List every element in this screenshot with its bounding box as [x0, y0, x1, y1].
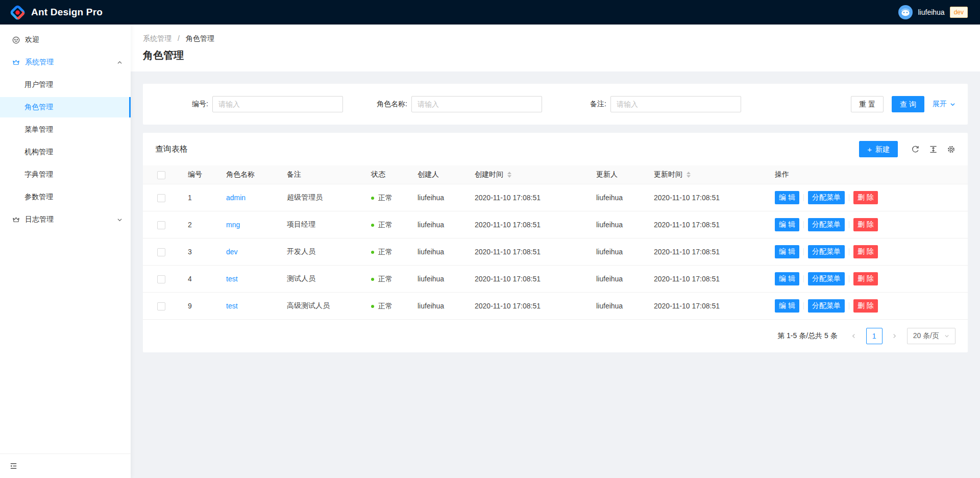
breadcrumb-item-parent[interactable]: 系统管理	[143, 34, 172, 42]
sidebar-item-log-management[interactable]: 日志管理	[0, 209, 131, 230]
app-header: Ant Design Pro liufeihua dev	[0, 0, 980, 25]
expand-link[interactable]: 展开	[933, 100, 955, 109]
column-header-updated-time[interactable]: 更新时间	[646, 165, 767, 184]
app-title: Ant Design Pro	[31, 7, 103, 18]
action-divider	[803, 248, 804, 255]
column-header-id: 编号	[180, 165, 218, 184]
row-checkbox[interactable]	[157, 221, 165, 229]
cell-id: 2	[180, 211, 218, 238]
sidebar-item-label: 角色管理	[24, 103, 53, 112]
new-button[interactable]: + 新建	[859, 141, 898, 157]
status-dot-icon	[371, 278, 374, 281]
sidebar: 欢迎 系统管理 用户管理 角色管	[0, 25, 131, 478]
cell-updated-time: 2020-11-10 17:08:51	[646, 211, 767, 238]
breadcrumb-item-current: 角色管理	[186, 34, 214, 42]
form-item-id: 编号:	[155, 96, 354, 112]
settings-icon[interactable]	[947, 145, 955, 154]
user-name: liufeihua	[918, 8, 944, 16]
status-badge: 正常	[371, 221, 393, 230]
sidebar-item-role-management[interactable]: 角色管理	[0, 97, 131, 117]
pagination: 第 1-5 条/总共 5 条 1 20 条/页	[143, 320, 968, 352]
sidebar-item-param-management[interactable]: 参数管理	[0, 187, 131, 207]
status-badge: 正常	[371, 275, 393, 284]
role-name-link[interactable]: dev	[226, 248, 238, 256]
remark-input[interactable]	[610, 96, 741, 112]
main-content: 系统管理 / 角色管理 角色管理 编号: 角色名称:	[131, 25, 980, 478]
assign-menu-button[interactable]: 分配菜单	[808, 191, 845, 204]
action-divider	[803, 302, 804, 309]
cell-created-time: 2020-11-10 17:08:51	[467, 184, 588, 211]
pagination-next-button[interactable]	[887, 328, 903, 344]
reset-button[interactable]: 重 置	[851, 96, 884, 112]
chevron-down-icon	[117, 218, 122, 222]
sidebar-item-welcome[interactable]: 欢迎	[0, 30, 131, 50]
role-name-link[interactable]: admin	[226, 194, 246, 202]
pagination-prev-button[interactable]	[846, 328, 862, 344]
assign-menu-button[interactable]: 分配菜单	[808, 245, 845, 258]
breadcrumb-separator: /	[178, 34, 180, 42]
row-checkbox[interactable]	[157, 275, 165, 283]
select-all-checkbox[interactable]	[157, 171, 165, 179]
cell-id: 1	[180, 184, 218, 211]
cell-remark: 测试人员	[279, 266, 363, 293]
chevron-down-icon	[950, 102, 955, 107]
column-header-created-time[interactable]: 创建时间	[467, 165, 588, 184]
edit-button[interactable]: 编 辑	[775, 272, 799, 285]
density-icon[interactable]	[929, 145, 938, 154]
reload-icon[interactable]	[911, 145, 920, 154]
cell-creator: liufeihua	[409, 238, 467, 266]
sidebar-item-label: 日志管理	[25, 215, 54, 224]
delete-button[interactable]: 删 除	[853, 218, 878, 231]
search-filter-card: 编号: 角色名称: 备注: 重 置 查 询	[143, 84, 968, 125]
sidebar-item-system-management[interactable]: 系统管理	[0, 52, 131, 73]
header-user-menu[interactable]: liufeihua dev	[898, 5, 968, 19]
delete-button[interactable]: 删 除	[853, 245, 878, 258]
assign-menu-button[interactable]: 分配菜单	[808, 218, 845, 231]
role-name-field-label: 角色名称:	[354, 100, 411, 109]
delete-button[interactable]: 删 除	[853, 299, 878, 313]
delete-button[interactable]: 删 除	[853, 191, 878, 204]
role-name-input[interactable]	[411, 96, 542, 112]
sidebar-item-label: 参数管理	[24, 193, 53, 202]
delete-button[interactable]: 删 除	[853, 272, 878, 285]
role-name-link[interactable]: test	[226, 275, 238, 283]
edit-button[interactable]: 编 辑	[775, 218, 799, 231]
status-dot-icon	[371, 251, 374, 254]
sidebar-item-menu-management[interactable]: 菜单管理	[0, 119, 131, 140]
status-dot-icon	[371, 197, 374, 200]
breadcrumb: 系统管理 / 角色管理	[143, 33, 968, 44]
assign-menu-button[interactable]: 分配菜单	[808, 272, 845, 285]
edit-button[interactable]: 编 辑	[775, 245, 799, 258]
cell-id: 9	[180, 293, 218, 320]
id-input[interactable]	[212, 96, 343, 112]
edit-button[interactable]: 编 辑	[775, 299, 799, 313]
row-checkbox[interactable]	[157, 248, 165, 256]
search-button[interactable]: 查 询	[892, 96, 924, 112]
role-name-link[interactable]: test	[226, 302, 238, 310]
row-checkbox[interactable]	[157, 194, 165, 202]
cell-remark: 超级管理员	[279, 184, 363, 211]
sidebar-item-user-management[interactable]: 用户管理	[0, 75, 131, 95]
sidebar-item-label: 菜单管理	[24, 125, 53, 134]
id-field-label: 编号:	[155, 100, 212, 109]
edit-button[interactable]: 编 辑	[775, 191, 799, 204]
cell-created-time: 2020-11-10 17:08:51	[467, 266, 588, 293]
pagination-page-1[interactable]: 1	[866, 328, 883, 344]
sidebar-collapse-trigger[interactable]	[0, 453, 131, 478]
row-checkbox[interactable]	[157, 302, 165, 310]
sidebar-item-label: 用户管理	[24, 80, 53, 89]
pagination-total: 第 1-5 条/总共 5 条	[777, 331, 837, 341]
sidebar-item-org-management[interactable]: 机构管理	[0, 142, 131, 162]
assign-menu-button[interactable]: 分配菜单	[808, 299, 845, 313]
app-logo[interactable]: Ant Design Pro	[9, 4, 103, 21]
cell-updater: liufeihua	[588, 266, 646, 293]
sorter-icon[interactable]	[687, 172, 691, 178]
status-dot-icon	[371, 305, 374, 308]
role-name-link[interactable]: mng	[226, 221, 240, 229]
column-header-role-name: 角色名称	[218, 165, 279, 184]
page-size-select[interactable]: 20 条/页	[907, 328, 955, 344]
sidebar-item-dict-management[interactable]: 字典管理	[0, 164, 131, 185]
cell-created-time: 2020-11-10 17:08:51	[467, 238, 588, 266]
sorter-icon[interactable]	[507, 172, 511, 178]
search-form-actions: 重 置 查 询 展开	[851, 96, 955, 112]
